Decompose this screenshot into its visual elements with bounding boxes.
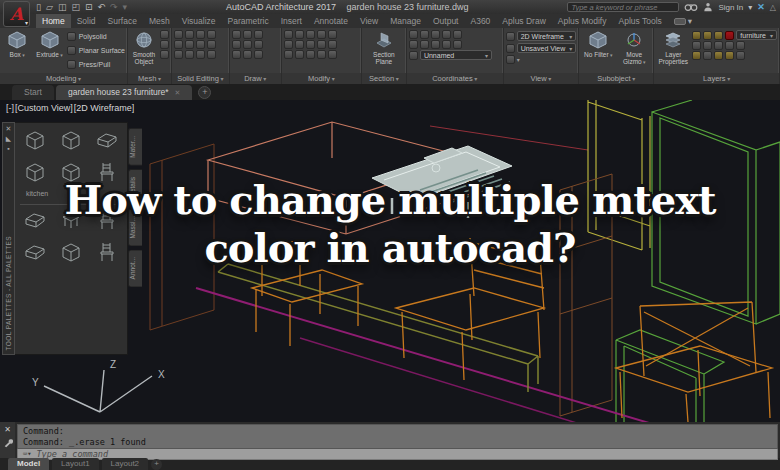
- draw-tool-icon[interactable]: [254, 30, 263, 39]
- scale-icon[interactable]: [317, 40, 326, 49]
- mesh-tool-icon[interactable]: [160, 30, 169, 39]
- tab-insert[interactable]: Insert: [275, 14, 308, 28]
- sign-in-caret-icon[interactable]: ▾: [748, 3, 752, 12]
- layer-tool-icon[interactable]: [714, 41, 723, 50]
- section-plane-button[interactable]: Section Plane: [364, 30, 404, 73]
- palette-tab-materials[interactable]: Mater...: [128, 128, 142, 166]
- ucs-origin-icon[interactable]: [431, 30, 440, 39]
- tool-kitchen-cabinet[interactable]: [23, 129, 47, 155]
- ucs-named-dropdown[interactable]: Unnamed: [420, 50, 492, 60]
- ucs-face-icon[interactable]: [420, 40, 429, 49]
- subtract-icon[interactable]: [185, 30, 194, 39]
- help-icon[interactable]: △: [770, 3, 776, 12]
- application-menu-button[interactable]: A▾: [3, 1, 30, 27]
- undo-icon[interactable]: ↶: [97, 0, 105, 14]
- layer-color-swatch[interactable]: [725, 31, 734, 40]
- ucs-icon[interactable]: [409, 30, 418, 39]
- layer-isolate-icon[interactable]: [692, 51, 701, 60]
- tab-mesh[interactable]: Mesh: [143, 14, 176, 28]
- line-icon[interactable]: [232, 30, 241, 39]
- tab-parametric[interactable]: Parametric: [222, 14, 275, 28]
- sign-in-button[interactable]: Sign In: [718, 3, 743, 12]
- box-button[interactable]: Box: [2, 30, 32, 73]
- hatch-icon[interactable]: [243, 50, 252, 59]
- viewport-menu-control[interactable]: [-]: [6, 103, 14, 113]
- command-close-icon[interactable]: ✕: [4, 426, 11, 434]
- tab-manage[interactable]: Manage: [384, 14, 427, 28]
- tool-sink[interactable]: [95, 129, 119, 155]
- drawing-viewport[interactable]: Y Z X [-][Custom View][2D Wireframe] ✕ ◣…: [0, 100, 780, 422]
- layer-properties-button[interactable]: Layer Properties: [656, 30, 690, 73]
- panel-label-coordinates[interactable]: Coordinates: [407, 73, 503, 84]
- mirror-icon[interactable]: [328, 30, 337, 39]
- layout-tab-layout2[interactable]: Layout2: [102, 458, 148, 470]
- ucs-view-icon[interactable]: [453, 30, 462, 39]
- ucs-named-icon[interactable]: [409, 51, 418, 60]
- named-view-dropdown[interactable]: Unsaved View: [517, 43, 577, 53]
- tab-aplus-tools[interactable]: Aplus Tools: [612, 14, 667, 28]
- search-exchange-icon[interactable]: [684, 2, 698, 12]
- interfere-icon[interactable]: [185, 40, 194, 49]
- visual-style-dropdown[interactable]: 2D Wireframe: [517, 31, 577, 41]
- draw-tool-icon[interactable]: [254, 40, 263, 49]
- ucs-x-icon[interactable]: [431, 40, 440, 49]
- rotate-icon[interactable]: [295, 30, 304, 39]
- modify-tool-icon[interactable]: [317, 50, 326, 59]
- modify-tool-icon[interactable]: [328, 50, 337, 59]
- panel-label-view[interactable]: View: [504, 73, 579, 84]
- draw-tool-icon[interactable]: [254, 50, 263, 59]
- panel-label-modify[interactable]: Modify: [282, 73, 361, 84]
- layer-freeze-sun-icon[interactable]: [703, 31, 712, 40]
- layer-dropdown[interactable]: furniture: [736, 30, 777, 40]
- ribbon-display-toggle[interactable]: ▾: [668, 14, 698, 28]
- layout-tab-layout1[interactable]: Layout1: [52, 458, 98, 470]
- extrude-button[interactable]: Extrude: [34, 30, 64, 73]
- move-gizmo-button[interactable]: Move Gizmo: [617, 30, 651, 73]
- layer-tool-icon[interactable]: [703, 41, 712, 50]
- solid-edit-icon[interactable]: [196, 50, 205, 59]
- tab-visualize[interactable]: Visualize: [176, 14, 222, 28]
- tab-aplus-draw[interactable]: Aplus Draw: [496, 14, 551, 28]
- layer-tool-icon[interactable]: [725, 41, 734, 50]
- ucs-z-icon[interactable]: [453, 40, 462, 49]
- redo-icon[interactable]: ↷: [110, 0, 118, 14]
- tab-solid[interactable]: Solid: [71, 14, 102, 28]
- panel-label-solid-editing[interactable]: Solid Editing: [172, 73, 229, 84]
- tab-aplus-modify[interactable]: Aplus Modify: [552, 14, 613, 28]
- new-layout-button[interactable]: +: [151, 459, 162, 470]
- planar-surface-button[interactable]: Planar Surface: [67, 44, 125, 57]
- circle-icon[interactable]: [232, 40, 241, 49]
- panel-label-section[interactable]: Section: [362, 73, 406, 84]
- rectangle-icon[interactable]: [232, 50, 241, 59]
- tab-home[interactable]: Home: [36, 14, 71, 28]
- file-tab-close-icon[interactable]: ✕: [175, 89, 181, 96]
- viewport-config-icon[interactable]: [506, 55, 515, 64]
- layer-tool-icon[interactable]: [703, 51, 712, 60]
- panel-label-modeling[interactable]: Modeling: [0, 73, 127, 84]
- arc-icon[interactable]: [243, 30, 252, 39]
- modify-tool-icon[interactable]: [306, 50, 315, 59]
- tab-output[interactable]: Output: [427, 14, 465, 28]
- tab-surface[interactable]: Surface: [102, 14, 143, 28]
- open-file-icon[interactable]: ▱: [46, 0, 53, 14]
- layer-tool-icon[interactable]: [736, 41, 745, 50]
- polysolid-button[interactable]: Polysolid: [67, 30, 125, 43]
- file-tab-drawing[interactable]: garden house 23 furniture*✕: [56, 85, 193, 100]
- move-icon[interactable]: [284, 30, 293, 39]
- array-icon[interactable]: [328, 40, 337, 49]
- trim-icon[interactable]: [306, 30, 315, 39]
- viewport-config-caret-icon[interactable]: ▾: [517, 56, 520, 63]
- command-history[interactable]: Command: Command: _.erase 1 found: [17, 424, 778, 449]
- smooth-object-button[interactable]: Smooth Object: [130, 30, 158, 73]
- erase-icon[interactable]: [284, 50, 293, 59]
- layer-tool-icon[interactable]: [736, 51, 745, 60]
- copy-icon[interactable]: [317, 30, 326, 39]
- mesh-tool-icon[interactable]: [160, 50, 169, 59]
- slice-icon[interactable]: [174, 40, 183, 49]
- mesh-tool-icon[interactable]: [160, 40, 169, 49]
- layer-on-bulb-icon[interactable]: [692, 31, 701, 40]
- file-tab-start[interactable]: Start: [12, 85, 54, 100]
- shell-icon[interactable]: [196, 40, 205, 49]
- solid-edit-icon[interactable]: [207, 50, 216, 59]
- layer-lock-icon[interactable]: [714, 31, 723, 40]
